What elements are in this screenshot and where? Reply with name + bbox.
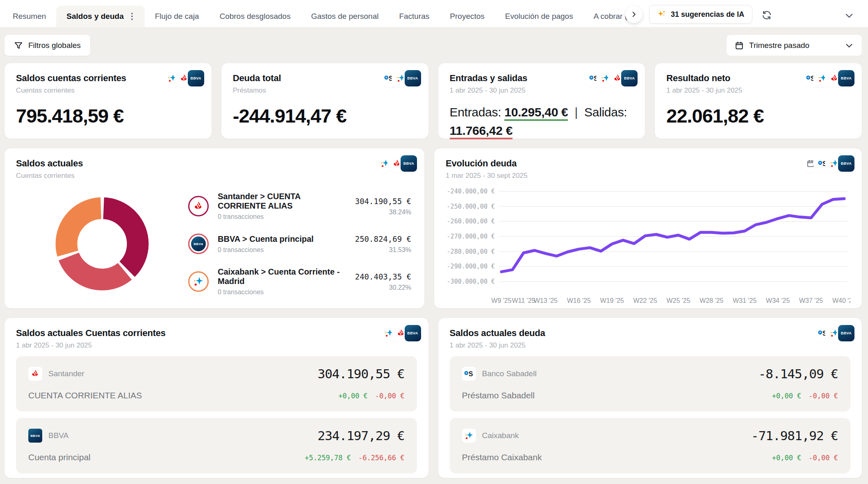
legend-item-santander[interactable]: Santander > CUENTA CORRIENTE ALIAS 0 tra… <box>188 192 411 220</box>
svg-text:W19 '25: W19 '25 <box>600 297 624 304</box>
tab-flujo-de-caja[interactable]: Flujo de caja <box>145 6 210 27</box>
tabs-scroll-right-button[interactable] <box>625 6 642 23</box>
tab-facturas[interactable]: Facturas <box>389 6 440 27</box>
account-name: Préstamo Sabadell <box>462 391 535 400</box>
kpi-card-entradas-y-salidas: Entradas y salidas 1 abr 2025 - 30 jun 2… <box>438 63 646 139</box>
bank-avatar-group: BBVA <box>381 155 417 172</box>
card-title: Evolución deuda <box>446 158 850 169</box>
kpi-row: Saldos cuentas corrientes Cuentas corrie… <box>0 63 868 139</box>
svg-text:W22 '25: W22 '25 <box>633 297 657 304</box>
account-balance: 234.197,29 € <box>318 428 405 443</box>
table-row[interactable]: BBVA BBVA 234.197,29 € Cuenta principal … <box>16 418 417 473</box>
bbva-icon: BBVA <box>838 325 854 341</box>
account-balance: 304.190,55 € <box>318 366 405 381</box>
svg-text:-250.000,00 €: -250.000,00 € <box>447 203 495 210</box>
bbva-icon: BBVA <box>28 429 42 443</box>
card-subtitle: Cuentas corrientes <box>16 172 413 180</box>
inflow-delta: +0,00 € <box>772 454 802 462</box>
bank-avatar-group: BBVA <box>385 325 421 341</box>
bank-name: BBVA <box>48 431 68 440</box>
refresh-button[interactable] <box>761 10 772 20</box>
account-balance: -8.145,09 € <box>759 366 838 381</box>
table-row[interactable]: Santander 304.190,55 € CUENTA CORRIENTE … <box>16 356 417 411</box>
card-title: Saldos actuales <box>16 158 413 169</box>
inflow-value: 10.295,40 € <box>504 105 568 121</box>
account-balance: 304.190,55 € <box>355 197 411 206</box>
refresh-icon <box>761 10 772 20</box>
account-name: Santander > CUENTA CORRIENTE ALIAS <box>218 192 346 211</box>
svg-text:W40 '25: W40 '25 <box>832 297 850 304</box>
outflow-delta: -0,00 € <box>809 454 838 462</box>
table-row[interactable]: Caixabank -71.981,92 € Préstamo Caixaban… <box>450 418 851 473</box>
bank-name: Caixabank <box>482 431 519 440</box>
inflow-delta: +0,00 € <box>338 392 368 400</box>
debt-evolution-card: Evolución deuda 1 mar 2025 - 30 sept 202… <box>434 148 862 309</box>
middle-row: Saldos actuales Cuentas corrientes BBVA … <box>0 148 868 309</box>
kpi-card-saldos-cuentas-corrientes: Saldos cuentas corrientes Cuentas corrie… <box>4 63 212 139</box>
account-name: Cuenta principal <box>28 452 91 462</box>
bbva-icon: BBVA <box>838 70 854 86</box>
account-balance: -71.981,92 € <box>751 428 838 443</box>
svg-text:W16 '25: W16 '25 <box>567 297 591 304</box>
tab-gastos-de-personal[interactable]: Gastos de personal <box>301 6 389 27</box>
bank-name: Banco Sabadell <box>482 369 537 378</box>
card-subtitle: 1 abr 2025 - 30 jun 2025 <box>450 341 851 350</box>
tab-resumen[interactable]: Resumen <box>2 6 56 27</box>
bbva-icon: BBVA <box>401 155 417 172</box>
collapse-dashboard-button[interactable] <box>844 11 854 20</box>
tab-proyectos[interactable]: Proyectos <box>440 6 494 27</box>
card-subtitle: 1 abr 2025 - 30 jun 2025 <box>16 341 417 350</box>
kpi-card-deuda-total: Deuda total Préstamos BS BBVA -244.914,4… <box>221 63 429 139</box>
account-balance: 250.824,69 € <box>355 234 411 243</box>
card-subtitle: 1 abr 2025 - 30 jun 2025 <box>666 86 850 95</box>
tab-options-kebab-icon[interactable] <box>130 11 134 22</box>
svg-text:-260.000,00 €: -260.000,00 € <box>447 218 495 225</box>
bbva-icon: BBVA <box>838 155 854 172</box>
inflow-label: Entradas: <box>450 105 501 119</box>
legend-item-caixabank[interactable]: Caixabank > Cuenta Corriente - Madrid 0 … <box>188 267 411 296</box>
period-select[interactable]: Trimestre pasado <box>726 34 862 56</box>
tab-evolucion-de-pagos[interactable]: Evolución de pagos <box>495 6 583 27</box>
chevron-down-icon <box>844 11 854 20</box>
global-filters-button[interactable]: Filtros globales <box>4 34 91 56</box>
svg-text:W13 '25: W13 '25 <box>534 297 558 304</box>
sabadell-icon: BS <box>462 367 476 381</box>
account-percent: 30.22% <box>355 284 411 291</box>
ai-suggestions-button[interactable]: 31 sugerencias de IA <box>649 5 752 24</box>
inflow-delta: +0,00 € <box>772 392 802 400</box>
santander-icon <box>188 196 209 216</box>
bbva-icon: BBVA <box>621 70 638 86</box>
bbva-icon: BBVA <box>405 70 421 86</box>
bbva-icon: BBVA <box>188 70 204 86</box>
tab-cobros-desglosados[interactable]: Cobros desglosados <box>209 6 301 27</box>
bank-avatar-group: BS BBVA <box>819 325 854 341</box>
legend-item-bbva[interactable]: BBVA BBVA > Cuenta principal 0 transacci… <box>188 234 411 254</box>
separator: | <box>572 105 581 119</box>
bank-avatar-group: BS BBVA <box>807 70 854 86</box>
tab-saldos-y-deuda[interactable]: Saldos y deuda <box>56 6 144 27</box>
svg-text:W34 '25: W34 '25 <box>766 297 790 304</box>
svg-text:W25 '25: W25 '25 <box>666 297 690 304</box>
card-title: Saldos actuales Cuentas corrientes <box>16 328 417 339</box>
table-row[interactable]: BS Banco Sabadell -8.145,09 € Préstamo S… <box>450 356 851 411</box>
svg-text:-240.000,00 €: -240.000,00 € <box>447 188 495 195</box>
card-subtitle: Préstamos <box>233 86 417 95</box>
bank-avatar-group: BS BBVA <box>590 70 638 86</box>
bbva-icon: BBVA <box>405 325 421 341</box>
sparkles-icon <box>657 10 666 19</box>
bank-name: Santander <box>48 369 84 378</box>
account-balance: 240.403,35 € <box>355 272 411 281</box>
inflow-delta: +5.259,78 € <box>305 454 351 462</box>
transactions-count: 0 transacciones <box>218 289 346 296</box>
account-name: CUENTA CORRIENTE ALIAS <box>28 391 142 400</box>
svg-text:W31 '25: W31 '25 <box>733 297 756 304</box>
filters-row: Filtros globales Trimestre pasado <box>0 27 868 63</box>
card-subtitle: 1 abr 2025 - 30 jun 2025 <box>450 86 634 95</box>
account-percent: 31.53% <box>355 246 411 254</box>
chevron-down-icon <box>845 41 854 50</box>
card-subtitle: Cuentas corrientes <box>16 86 200 95</box>
chevron-right-icon <box>630 11 638 18</box>
balances-donut-chart <box>16 195 188 292</box>
debt-line-chart: -240.000,00 €-250.000,00 €-260.000,00 €-… <box>446 184 850 309</box>
svg-text:W37 '25: W37 '25 <box>799 297 823 304</box>
